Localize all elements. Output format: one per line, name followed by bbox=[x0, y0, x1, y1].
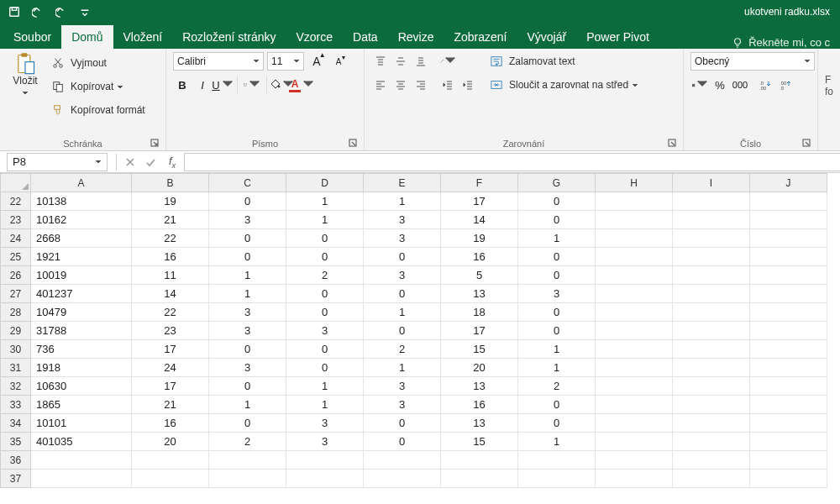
redo-icon[interactable] bbox=[52, 3, 71, 21]
row-header[interactable]: 36 bbox=[1, 451, 31, 470]
cell[interactable]: 19 bbox=[132, 192, 209, 211]
cell[interactable]: 20 bbox=[132, 433, 209, 451]
cell[interactable]: 3 bbox=[286, 322, 364, 340]
number-format-combo[interactable]: Obecný bbox=[690, 52, 815, 71]
cell[interactable]: 14 bbox=[132, 285, 209, 303]
cell[interactable]: 10630 bbox=[31, 377, 132, 396]
cell[interactable]: 21 bbox=[132, 211, 209, 229]
cell[interactable]: 3 bbox=[364, 396, 441, 414]
cell[interactable] bbox=[441, 451, 518, 470]
cell[interactable] bbox=[441, 470, 518, 488]
cell[interactable] bbox=[750, 322, 827, 340]
align-center-button[interactable] bbox=[391, 76, 410, 94]
borders-button[interactable] bbox=[243, 76, 261, 94]
cell[interactable] bbox=[750, 377, 827, 396]
bold-button[interactable]: B bbox=[173, 76, 192, 94]
cell[interactable]: 10162 bbox=[31, 211, 132, 229]
cell[interactable] bbox=[31, 470, 132, 488]
cell[interactable]: 1 bbox=[518, 229, 596, 248]
row-header[interactable]: 32 bbox=[1, 377, 31, 396]
increase-font-button[interactable]: A▲ bbox=[307, 52, 326, 71]
formula-input[interactable] bbox=[184, 153, 840, 171]
cell[interactable]: 5 bbox=[441, 266, 518, 285]
cell[interactable] bbox=[132, 470, 209, 488]
cell[interactable] bbox=[673, 359, 750, 377]
row-header[interactable]: 35 bbox=[1, 433, 31, 451]
cell[interactable]: 0 bbox=[364, 322, 441, 340]
cell[interactable]: 0 bbox=[364, 248, 441, 266]
undo-icon[interactable] bbox=[29, 3, 47, 21]
cell[interactable]: 13 bbox=[441, 377, 518, 396]
cell[interactable]: 3 bbox=[209, 322, 286, 340]
row-header[interactable]: 29 bbox=[1, 322, 31, 340]
cell[interactable] bbox=[596, 248, 673, 266]
cell[interactable] bbox=[750, 451, 827, 470]
cell[interactable]: 0 bbox=[286, 285, 364, 303]
cell[interactable]: 16 bbox=[132, 248, 209, 266]
cell[interactable] bbox=[750, 211, 827, 229]
cell[interactable]: 3 bbox=[286, 414, 364, 433]
cell[interactable] bbox=[750, 192, 827, 211]
decrease-font-button[interactable]: A▼ bbox=[329, 52, 348, 71]
cell[interactable] bbox=[750, 229, 827, 248]
cell[interactable] bbox=[673, 377, 750, 396]
cell[interactable]: 3 bbox=[209, 211, 286, 229]
cell[interactable]: 16 bbox=[441, 248, 518, 266]
percent-button[interactable]: % bbox=[711, 76, 729, 94]
cell[interactable]: 10138 bbox=[31, 192, 132, 211]
row-header[interactable]: 31 bbox=[1, 359, 31, 377]
merge-center-button[interactable]: Sloučit a zarovnat na střed bbox=[487, 76, 638, 94]
cell[interactable] bbox=[596, 340, 673, 359]
copy-button[interactable]: Kopírovat bbox=[49, 77, 145, 96]
cell[interactable]: 3 bbox=[364, 229, 441, 248]
align-bottom-button[interactable] bbox=[412, 52, 430, 71]
cell[interactable]: 2668 bbox=[31, 229, 132, 248]
cancel-formula-button[interactable] bbox=[120, 153, 140, 171]
cell[interactable] bbox=[364, 451, 441, 470]
tab-rozlozeni[interactable]: Rozložení stránky bbox=[172, 25, 286, 49]
cell[interactable]: 16 bbox=[132, 414, 209, 433]
cell[interactable]: 3 bbox=[364, 211, 441, 229]
cell[interactable]: 13 bbox=[441, 285, 518, 303]
cell[interactable]: 0 bbox=[518, 396, 596, 414]
cell[interactable] bbox=[596, 192, 673, 211]
cell[interactable] bbox=[596, 266, 673, 285]
cell[interactable]: 1 bbox=[518, 433, 596, 451]
cell[interactable] bbox=[596, 451, 673, 470]
row-header[interactable]: 26 bbox=[1, 266, 31, 285]
cell[interactable] bbox=[518, 470, 596, 488]
cell[interactable]: 3 bbox=[364, 266, 441, 285]
cell[interactable]: 0 bbox=[286, 229, 364, 248]
cell[interactable] bbox=[750, 303, 827, 322]
cell[interactable] bbox=[750, 340, 827, 359]
tab-data[interactable]: Data bbox=[343, 25, 388, 49]
cell[interactable]: 0 bbox=[286, 248, 364, 266]
font-size-combo[interactable]: 11 bbox=[267, 52, 304, 71]
align-middle-button[interactable] bbox=[391, 52, 410, 71]
cell[interactable]: 0 bbox=[518, 211, 596, 229]
tell-me-box[interactable]: Řekněte mi, co c bbox=[725, 36, 837, 49]
cell[interactable] bbox=[596, 359, 673, 377]
decrease-indent-button[interactable] bbox=[438, 76, 457, 94]
cell[interactable]: 15 bbox=[441, 340, 518, 359]
cell[interactable]: 17 bbox=[132, 340, 209, 359]
cell[interactable] bbox=[750, 433, 827, 451]
row-header[interactable]: 27 bbox=[1, 285, 31, 303]
select-all-corner[interactable] bbox=[1, 174, 31, 192]
cell[interactable] bbox=[596, 396, 673, 414]
cell[interactable] bbox=[596, 303, 673, 322]
column-header[interactable]: G bbox=[518, 174, 596, 192]
cell[interactable]: 22 bbox=[132, 229, 209, 248]
cell[interactable] bbox=[673, 285, 750, 303]
cell[interactable] bbox=[673, 396, 750, 414]
increase-indent-button[interactable] bbox=[459, 76, 477, 94]
column-header[interactable]: F bbox=[441, 174, 518, 192]
qat-customize-icon[interactable] bbox=[76, 3, 94, 21]
cell[interactable]: 21 bbox=[132, 396, 209, 414]
row-header[interactable]: 28 bbox=[1, 303, 31, 322]
cell[interactable]: 0 bbox=[209, 192, 286, 211]
cell[interactable] bbox=[31, 451, 132, 470]
cell[interactable] bbox=[364, 470, 441, 488]
cell[interactable]: 0 bbox=[209, 377, 286, 396]
cell[interactable]: 23 bbox=[132, 322, 209, 340]
